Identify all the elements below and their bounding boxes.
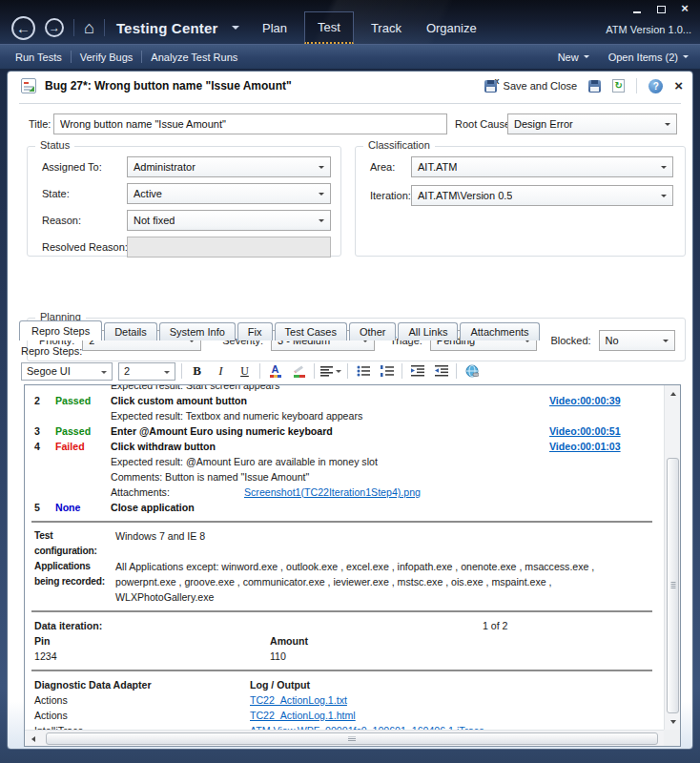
bold-icon[interactable]: B bbox=[188, 362, 206, 381]
highlight-color-icon[interactable] bbox=[290, 362, 308, 381]
tab-details[interactable]: Details bbox=[104, 322, 157, 340]
column-a-text: Actions bbox=[34, 692, 250, 708]
separator bbox=[31, 610, 652, 612]
two-column-row: ActionsTC22_ActionLog.1.txt bbox=[25, 692, 664, 708]
font-size-combobox[interactable]: 2 bbox=[118, 362, 175, 381]
config-label: Test configuration: bbox=[34, 528, 115, 559]
horizontal-scroll-thumb[interactable] bbox=[46, 732, 658, 745]
center-tab-plan[interactable]: Plan bbox=[250, 11, 299, 44]
menu-item-analyze-test-runs[interactable]: Analyze Test Runs bbox=[151, 52, 237, 63]
home-icon[interactable]: ⌂ bbox=[84, 19, 94, 36]
repro-steps-label: Repro Steps: bbox=[21, 345, 82, 357]
back-icon[interactable]: ← bbox=[11, 16, 35, 40]
attachment-link[interactable]: Screenshot1(TC22Iteration1Step4).png bbox=[244, 485, 421, 500]
scroll-down-icon[interactable] bbox=[665, 713, 681, 730]
divider bbox=[19, 103, 681, 104]
title-field-label: Title: bbox=[29, 118, 51, 130]
close-form-icon[interactable]: × bbox=[674, 79, 683, 93]
menu-item-verify-bugs[interactable]: Verify Bugs bbox=[80, 52, 134, 63]
scroll-up-icon[interactable] bbox=[665, 385, 681, 402]
window-close-icon[interactable]: × bbox=[679, 4, 690, 13]
tab-attachments[interactable]: Attachments bbox=[460, 322, 539, 340]
config-label: Applications being recorded: bbox=[34, 559, 115, 605]
combobox-reason[interactable]: Not fixed bbox=[127, 210, 331, 231]
step-note-text: Comments: Button is named "Issue Amount" bbox=[25, 469, 664, 485]
tab-repro-steps[interactable]: Repro Steps bbox=[19, 320, 102, 340]
refresh-icon[interactable]: ↻ bbox=[612, 79, 625, 93]
combobox-assignedto[interactable]: Administrator bbox=[127, 156, 331, 177]
chevron-down-icon[interactable] bbox=[232, 26, 239, 33]
tab-fix[interactable]: Fix bbox=[237, 322, 273, 340]
step-attachments-row: Attachments:Screenshot1(TC22Iteration1St… bbox=[25, 485, 664, 500]
step-action: Click custom amount button bbox=[111, 393, 549, 408]
outdent-icon[interactable] bbox=[408, 362, 426, 381]
font-color-icon[interactable]: A bbox=[266, 362, 284, 381]
video-link[interactable]: Video:00:00:39 bbox=[549, 393, 664, 408]
field-label: Blocked: bbox=[550, 335, 590, 346]
save-and-close-button[interactable]: x Save and Close bbox=[484, 80, 578, 93]
minimize-icon[interactable] bbox=[631, 4, 643, 13]
field-row: Reason:Not fixed bbox=[28, 210, 340, 231]
tab-all-links[interactable]: All Links bbox=[398, 322, 458, 340]
column-a-text: Diagnostic Data Adapter bbox=[34, 677, 250, 692]
combobox-value: AIT.ATM bbox=[412, 161, 457, 173]
repro-steps-content: Expected result: Start screen appears2Pa… bbox=[25, 385, 664, 730]
vertical-scroll-thumb[interactable] bbox=[667, 458, 679, 713]
center-tab-organize[interactable]: Organize bbox=[414, 11, 489, 44]
italic-icon[interactable]: I bbox=[212, 362, 230, 381]
root-cause-combobox[interactable]: Design Error bbox=[507, 113, 677, 134]
log-output-link[interactable]: ATM.View.WPF_00001fc0_100601_160406.1.iT… bbox=[250, 723, 664, 730]
video-link[interactable]: Video:00:01:03 bbox=[549, 439, 664, 454]
bullet-list-icon[interactable] bbox=[354, 362, 372, 381]
hyperlink-globe-icon[interactable] bbox=[463, 362, 481, 381]
combobox-state[interactable]: Active bbox=[127, 183, 331, 204]
center-tab-track[interactable]: Track bbox=[359, 11, 414, 44]
numbered-list-icon[interactable] bbox=[378, 362, 396, 381]
config-row: Applications being recorded:All Applicat… bbox=[25, 559, 664, 605]
step-status: Passed bbox=[55, 423, 111, 439]
field-label: Reason: bbox=[42, 215, 81, 226]
divider bbox=[71, 51, 72, 63]
combobox-blocked[interactable]: No bbox=[599, 330, 675, 351]
column-a-text: IntelliTrace bbox=[34, 723, 250, 730]
indent-icon[interactable] bbox=[432, 362, 450, 381]
center-tabs: PlanTestTrackOrganize bbox=[250, 11, 489, 44]
log-output-link[interactable]: TC22_ActionLog.1.txt bbox=[250, 692, 664, 708]
combobox-iteration[interactable]: AIT.ATM\Version 0.5 bbox=[411, 185, 673, 206]
config-value: All Applications except: winword.exe , o… bbox=[115, 559, 664, 605]
help-icon[interactable]: ? bbox=[649, 79, 663, 93]
new-menu[interactable]: New bbox=[558, 52, 589, 63]
tab-system-info[interactable]: System Info bbox=[159, 322, 236, 340]
tab-other[interactable]: Other bbox=[349, 322, 397, 340]
step-number: 3 bbox=[34, 423, 55, 439]
align-icon[interactable] bbox=[320, 362, 341, 381]
repro-step-row: 5NoneClose application bbox=[25, 500, 664, 515]
scrollbar-corner bbox=[664, 730, 680, 746]
save-icon[interactable] bbox=[588, 80, 601, 93]
horizontal-scrollbar[interactable] bbox=[25, 730, 664, 746]
maximize-icon[interactable] bbox=[655, 4, 667, 13]
center-tab-test[interactable]: Test bbox=[304, 11, 354, 44]
open-items-menu[interactable]: Open Items (2) bbox=[608, 52, 689, 63]
log-output-link[interactable]: TC22_ActionLog.1.html bbox=[250, 708, 664, 723]
video-link[interactable]: Video:00:00:51 bbox=[549, 423, 664, 439]
scroll-left-icon[interactable] bbox=[25, 731, 41, 747]
chevron-down-icon bbox=[584, 55, 589, 61]
combobox-area[interactable]: AIT.ATM bbox=[411, 156, 673, 177]
font-name-combobox[interactable]: Segoe UI bbox=[21, 362, 113, 381]
center-switcher[interactable]: Testing Center bbox=[116, 20, 218, 36]
separator bbox=[31, 521, 652, 523]
chevron-down-icon bbox=[319, 219, 324, 225]
work-item-panel: Bug 27*: Wrong button name "Issue Amount… bbox=[7, 71, 693, 750]
vertical-scrollbar[interactable] bbox=[664, 385, 680, 730]
title-input[interactable] bbox=[53, 113, 447, 134]
underline-icon[interactable]: U bbox=[236, 362, 254, 381]
window-titlebar: × ← → ⌂ Testing Center PlanTestTrackOrga… bbox=[0, 0, 700, 44]
groupbox-legend: Classification bbox=[363, 139, 435, 151]
forward-icon[interactable]: → bbox=[45, 18, 64, 37]
navigation-bar: ← → ⌂ Testing Center bbox=[11, 11, 239, 44]
tab-test-cases[interactable]: Test Cases bbox=[275, 322, 347, 340]
menu-item-run-tests[interactable]: Run Tests bbox=[15, 52, 62, 63]
field-label: Area: bbox=[370, 161, 395, 173]
column-a-text: Actions bbox=[34, 708, 250, 723]
